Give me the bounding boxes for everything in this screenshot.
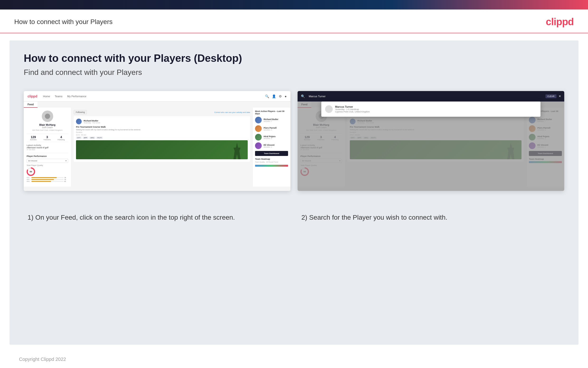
team-heatmap-title: Team Heatmap bbox=[255, 158, 288, 160]
control-link[interactable]: Control who can see your activity and da… bbox=[214, 111, 250, 113]
player-item-3: Hiral Pujara Activities: 3 bbox=[255, 134, 288, 140]
post-avatar bbox=[76, 119, 82, 124]
mini-stats: 129 Activities 3 Followers 4 Following bbox=[26, 134, 68, 142]
player-avatar-3 bbox=[255, 134, 262, 140]
nav-teams[interactable]: Teams bbox=[55, 95, 62, 98]
mini-right-panel: Most Active Players - Last 30 days Richa… bbox=[253, 108, 290, 187]
mini-tpq-circle: 84 bbox=[26, 167, 35, 176]
post-image bbox=[76, 140, 248, 159]
following-dropdown[interactable]: Following bbox=[74, 110, 87, 114]
mini-bar-app: APP 70 bbox=[26, 179, 68, 180]
mini-middle-panel: Following Control who can see your activ… bbox=[71, 108, 253, 187]
caption-row: 1) On your Feed, click on the search ico… bbox=[24, 205, 564, 226]
screenshots-row: clippd Home Teams My Performance 🔍 👤 ⚙ ●… bbox=[24, 91, 564, 191]
mini-profile-club: Mill Ride Golf Club, United Kingdom bbox=[26, 129, 68, 131]
mini-post: Richard Butler Yesterday · The Grove Pre… bbox=[74, 116, 250, 162]
mini-nav-icons-1: 🔍 👤 ⚙ ● bbox=[265, 94, 287, 98]
search-results: Marcus Turner Yesterday · 1-5 Handicap C… bbox=[321, 101, 541, 117]
clear-button[interactable]: CLEAR bbox=[545, 94, 556, 98]
caption-1: 1) On your Feed, click on the search ico… bbox=[24, 205, 290, 226]
mini-player-performance: Player Performance Eli Vincent ▾ Total P… bbox=[26, 153, 68, 182]
feed-tab-1[interactable]: Feed bbox=[24, 101, 37, 108]
mini-post-header: Richard Butler Yesterday · The Grove bbox=[76, 119, 248, 124]
mini-nav-items-1: Home Teams My Performance bbox=[43, 95, 265, 98]
mini-app-body-1: Blair McHarg Golf Coach Mill Ride Golf C… bbox=[24, 108, 290, 187]
mini-tpq: Total Player Quality 84 OTT bbox=[26, 164, 68, 182]
search-icon-active: 🔍 bbox=[301, 94, 305, 98]
mini-app-1: clippd Home Teams My Performance 🔍 👤 ⚙ ●… bbox=[24, 91, 290, 191]
player-avatar-4 bbox=[255, 142, 262, 149]
search-icon[interactable]: 🔍 bbox=[265, 94, 269, 98]
mini-latest-activity: Latest Activity Afternoon round of golf … bbox=[26, 144, 68, 150]
player-avatar-1 bbox=[255, 117, 262, 123]
main-content: How to connect with your Players (Deskto… bbox=[9, 40, 579, 345]
mini-stat-bars: OTT 79 APP bbox=[26, 177, 68, 182]
mini-following-header: Following Control who can see your activ… bbox=[74, 110, 250, 114]
screenshot-1: clippd Home Teams My Performance 🔍 👤 ⚙ ●… bbox=[24, 91, 290, 191]
mini-stat-followers: 3 Followers bbox=[44, 135, 51, 140]
mini-profile-name: Blair McHarg bbox=[26, 123, 68, 126]
search-input[interactable]: Marcus Turner bbox=[307, 94, 545, 99]
player-item-4: Eli Vincent Activities: 1 bbox=[255, 142, 288, 149]
nav-my-performance[interactable]: My Performance bbox=[67, 95, 87, 98]
header: How to connect with your Players clippd bbox=[0, 9, 588, 33]
top-bar bbox=[0, 0, 588, 9]
heatmap-bar bbox=[255, 165, 288, 167]
nav-home[interactable]: Home bbox=[43, 95, 50, 98]
mini-stat-following: 4 Following bbox=[58, 135, 65, 140]
post-duration: Duration bbox=[76, 131, 248, 133]
mini-stat-activities: 129 Activities bbox=[30, 135, 37, 140]
player-item-1: Richard Butler Activities: 7 bbox=[255, 117, 288, 123]
mini-profile-role: Golf Coach bbox=[26, 126, 68, 129]
search-result-avatar bbox=[325, 105, 333, 113]
profile-icon[interactable]: 👤 bbox=[272, 94, 276, 98]
screenshot-2: clippd Home Teams My Performance Feed bbox=[298, 91, 564, 191]
mini-app-2: clippd Home Teams My Performance Feed bbox=[298, 91, 564, 191]
section-title: How to connect with your Players (Deskto… bbox=[24, 52, 564, 64]
mini-player-selector[interactable]: Eli Vincent ▾ bbox=[26, 159, 68, 163]
player-avatar-2 bbox=[255, 125, 262, 132]
mini-bar-arg: ARG 61 bbox=[26, 181, 68, 182]
mini-left-panel: Blair McHarg Golf Coach Mill Ride Golf C… bbox=[24, 108, 71, 187]
player-item-2: Piers Parnell Activities: 4 bbox=[255, 125, 288, 132]
golfer-silhouette bbox=[231, 143, 243, 159]
mini-logo-1: clippd bbox=[27, 94, 37, 98]
search-bar: 🔍 Marcus Turner CLEAR × bbox=[298, 91, 564, 101]
team-dashboard-btn[interactable]: Team Dashboard bbox=[255, 151, 288, 156]
logo: clippd bbox=[546, 16, 574, 28]
search-result-item[interactable]: Marcus Turner Yesterday · 1-5 Handicap C… bbox=[324, 104, 538, 114]
mini-nav-1: clippd Home Teams My Performance 🔍 👤 ⚙ ● bbox=[24, 91, 290, 101]
caption-2: 2) Search for the Player you wish to con… bbox=[298, 205, 564, 226]
page-title: How to connect with your Players bbox=[14, 18, 113, 26]
copyright: Copyright Clippd 2022 bbox=[19, 357, 66, 362]
mini-tags: OTT APP ARG PUTT bbox=[76, 137, 248, 139]
mini-profile-header: Blair McHarg Golf Coach Mill Ride Golf C… bbox=[26, 110, 68, 131]
mini-avatar bbox=[42, 110, 53, 122]
close-search-button[interactable]: × bbox=[559, 94, 561, 98]
footer: Copyright Clippd 2022 bbox=[0, 352, 588, 367]
mini-bar-ott: OTT 79 bbox=[26, 177, 68, 178]
section-subtitle: Find and connect with your Players bbox=[24, 68, 564, 77]
avatar-icon[interactable]: ● bbox=[285, 94, 287, 98]
settings-icon[interactable]: ⚙ bbox=[279, 94, 282, 98]
